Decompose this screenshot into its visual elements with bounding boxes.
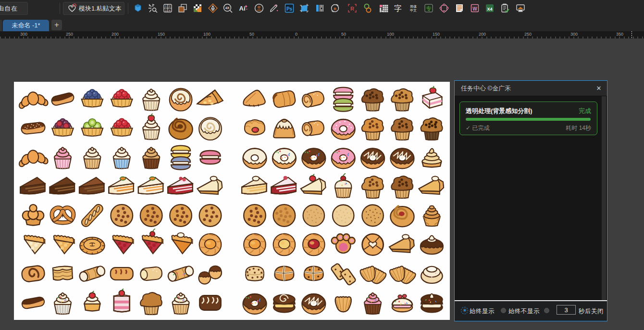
svg-text:W: W: [472, 6, 477, 12]
svg-text:专: 专: [426, 5, 432, 12]
svg-text:字: 字: [394, 4, 402, 13]
svg-text:R: R: [350, 6, 354, 12]
svg-text:3: 3: [165, 9, 167, 12]
svg-text:4X: 4X: [225, 6, 229, 10]
svg-text:X4: X4: [487, 7, 492, 12]
svg-text:Ps: Ps: [286, 6, 293, 12]
svg-text:Ai: Ai: [239, 5, 246, 12]
svg-text:简体: 简体: [410, 5, 417, 9]
svg-text:中文: 中文: [410, 8, 417, 12]
svg-text:4: 4: [169, 9, 171, 12]
svg-text:1: 1: [165, 5, 167, 8]
svg-text:2: 2: [169, 5, 171, 8]
svg-text:n: n: [334, 6, 336, 11]
